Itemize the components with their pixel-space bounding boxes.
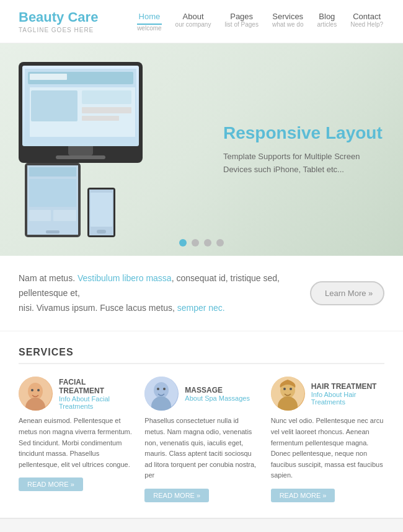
intro-plain-text: Nam at metus. <box>19 273 78 283</box>
read-more-hair[interactable]: READ MORE » <box>271 489 335 502</box>
intro-highlight1: Vestibulum libero massa <box>78 273 172 283</box>
svg-rect-16 <box>97 230 106 233</box>
services-title: SERVICES <box>19 347 384 364</box>
hero-devices <box>19 62 205 237</box>
service-link-massage[interactable]: About Spa Massages <box>185 395 250 402</box>
svg-point-25 <box>157 388 159 390</box>
services-grid: FACIAL TREATMENT Info About Facial Treat… <box>19 377 384 502</box>
logo-text: Care <box>64 9 98 25</box>
carousel-dots[interactable] <box>179 239 224 246</box>
service-name-hair: HAIR TREATMENT <box>311 382 384 391</box>
service-info-facial: FACIAL TREATMENT Info About Facial Treat… <box>59 378 132 410</box>
svg-point-21 <box>37 389 40 391</box>
dot-1[interactable] <box>179 239 187 246</box>
phone-device <box>87 188 115 237</box>
learn-more-button[interactable]: Learn More » <box>310 281 384 305</box>
svg-rect-9 <box>29 167 76 177</box>
svg-rect-5 <box>82 90 131 104</box>
header: Beauty Care TAGLINE GOES HERE Home welco… <box>0 0 403 43</box>
monitor-device <box>19 62 143 163</box>
monitor-content <box>22 66 139 146</box>
service-avatar-massage <box>144 377 179 411</box>
tagline: TAGLINE GOES HERE <box>19 27 98 33</box>
service-name-massage: MASSAGE <box>185 386 250 395</box>
hero-title: Responsive Layout <box>223 123 384 143</box>
monitor-stand <box>68 146 93 155</box>
services-section: SERVICES FACIAL TREATMENT Info A <box>0 331 403 518</box>
service-info-massage: MASSAGE About Spa Massages <box>185 386 250 402</box>
svg-rect-13 <box>46 230 60 233</box>
svg-rect-11 <box>29 210 51 221</box>
monitor-base <box>56 155 105 159</box>
logo-area: Beauty Care TAGLINE GOES HERE <box>19 9 98 33</box>
svg-rect-10 <box>29 179 76 207</box>
hero-banner: Responsive Layout Template Supports for … <box>0 43 403 256</box>
intro-section: Nam at metus. Vestibulum libero massa, c… <box>0 256 403 331</box>
svg-rect-6 <box>82 107 131 113</box>
read-more-massage[interactable]: READ MORE » <box>144 489 209 502</box>
service-avatar-facial <box>19 377 53 411</box>
svg-rect-15 <box>91 193 112 227</box>
svg-point-31 <box>290 388 292 390</box>
dot-4[interactable] <box>216 239 224 246</box>
svg-rect-4 <box>31 90 78 121</box>
svg-point-18 <box>28 383 43 400</box>
logo-highlight: Beauty <box>19 9 64 25</box>
service-card-facial: FACIAL TREATMENT Info About Facial Treat… <box>19 377 132 502</box>
service-link-facial[interactable]: Info About Facial Treatments <box>59 395 132 410</box>
nav-about[interactable]: About our company <box>174 12 213 28</box>
nav-contact[interactable]: Contact Need Help? <box>349 12 384 28</box>
service-desc-hair: Nunc vel odio. Pellentesque nec arcu vel… <box>271 416 384 481</box>
intro-text: Nam at metus. Vestibulum libero massa, c… <box>19 271 310 315</box>
nav-pages[interactable]: Pages list of Pages <box>223 12 259 28</box>
svg-rect-2 <box>30 74 67 80</box>
phone-screen <box>89 190 113 235</box>
tablet-screen <box>27 165 78 235</box>
svg-point-20 <box>31 389 33 391</box>
intro-highlight2: semper nec. <box>177 303 225 313</box>
service-link-hair[interactable]: Info About Hair Treatments <box>311 391 384 406</box>
nav-home[interactable]: Home welcome <box>136 12 162 32</box>
main-nav: Home welcome About our company Pages lis… <box>136 12 384 32</box>
hero-description: Template Supports for Multiple Screen De… <box>223 150 384 177</box>
nav-services[interactable]: Services what we do <box>271 12 305 28</box>
footer: ABOUT US Pellentesque habitant morbi tri… <box>0 518 403 532</box>
service-card-hair: HAIR TREATMENT Info About Hair Treatment… <box>271 377 384 502</box>
service-header-massage: MASSAGE About Spa Massages <box>144 377 258 411</box>
site-logo: Beauty Care <box>19 9 98 25</box>
nav-blog[interactable]: Blog articles <box>316 12 339 28</box>
monitor-screen <box>22 66 139 146</box>
dot-2[interactable] <box>192 239 199 246</box>
service-name-facial: FACIAL TREATMENT <box>59 378 132 395</box>
service-desc-massage: Phasellus consectetuer nulla id metus. N… <box>144 416 258 481</box>
read-more-facial[interactable]: READ MORE » <box>19 477 83 491</box>
svg-rect-7 <box>82 116 119 121</box>
service-header-hair: HAIR TREATMENT Info About Hair Treatment… <box>271 377 384 411</box>
service-card-massage: MASSAGE About Spa Massages Phasellus con… <box>144 377 258 502</box>
svg-point-30 <box>283 388 286 390</box>
service-desc-facial: Aenean euismod. Pellentesque et metus no… <box>19 416 132 470</box>
svg-point-26 <box>163 388 166 390</box>
service-info-hair: HAIR TREATMENT Info About Hair Treatment… <box>311 382 384 406</box>
tablet-device <box>25 163 81 237</box>
svg-rect-12 <box>53 210 76 221</box>
service-header-facial: FACIAL TREATMENT Info About Facial Treat… <box>19 377 132 411</box>
dot-3[interactable] <box>204 239 211 246</box>
service-avatar-hair <box>271 377 305 411</box>
hero-text-area: Responsive Layout Template Supports for … <box>211 123 384 177</box>
